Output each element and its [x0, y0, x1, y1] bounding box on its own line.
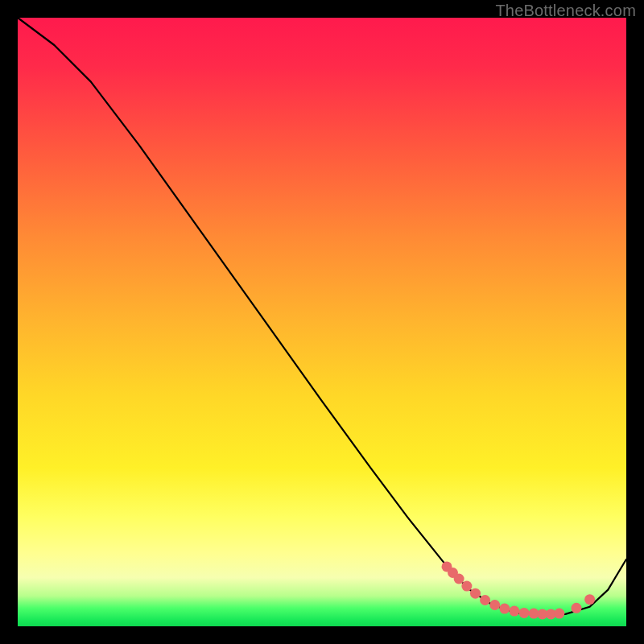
- chart-svg: [18, 18, 626, 626]
- marker-dot: [470, 588, 481, 599]
- marker-dot: [454, 574, 464, 584]
- marker-dot: [509, 606, 519, 617]
- plot-area: [18, 18, 626, 626]
- marker-dot: [489, 600, 500, 610]
- marker-dot: [572, 603, 582, 613]
- marker-dot: [584, 594, 595, 605]
- marker-group: [442, 561, 596, 619]
- marker-dot: [499, 604, 510, 614]
- marker-dot: [480, 595, 490, 605]
- marker-dot: [461, 581, 472, 592]
- curve-line: [18, 18, 626, 615]
- marker-dot: [554, 609, 564, 619]
- marker-dot: [519, 608, 530, 618]
- chart-frame: TheBottleneck.com: [0, 0, 644, 644]
